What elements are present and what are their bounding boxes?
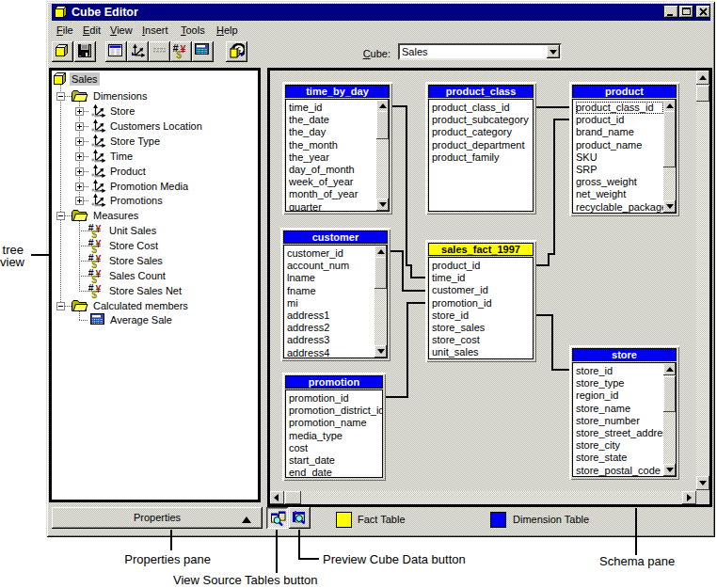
svg-text:$: $ [91,259,97,268]
svg-text:$: $ [91,289,97,298]
svg-text:$: $ [91,274,97,283]
svg-text:$: $ [91,244,97,253]
svg-text:$: $ [91,229,97,238]
svg-text:$: $ [176,49,182,59]
